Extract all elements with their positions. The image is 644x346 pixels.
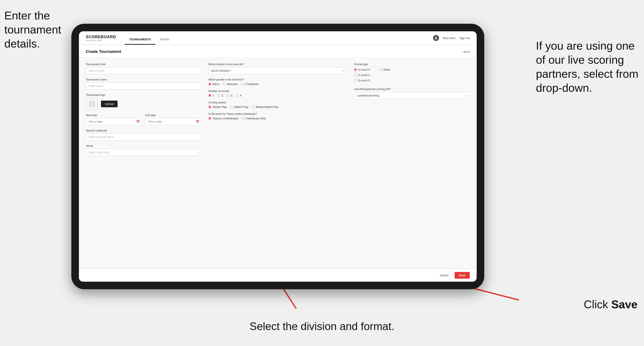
gender-combined[interactable]: Combined [242,82,258,86]
start-date-input[interactable] [86,118,142,125]
rounds-1-label: 1 [212,94,214,97]
name-label: Tournament name [86,78,202,81]
format-6count5[interactable]: 6 count 5 [354,79,370,82]
tab-teams[interactable]: TEAMS [155,31,174,45]
calendar-icon-end: 📅 [196,120,199,124]
annotation-top-right: If you are using one of our live scoring… [536,39,640,95]
sponsor-label: Sponsor (optional) [86,129,202,132]
navbar-tabs: TOURNAMENTS TEAMS [125,31,174,45]
venue-label: Venue [86,144,202,148]
host-label: Tournament Host [86,63,202,66]
sponsor-input[interactable] [86,133,202,141]
gender-womens-radio[interactable] [223,83,226,85]
gender-combined-radio[interactable] [242,83,244,85]
format-5count4-label: 5 count 4 [358,68,370,71]
form-middle-column: Which division is the event for? NCAA Di… [208,63,347,263]
tablet-screen: SCOREBOARD Powered by Clippit TOURNAMENT… [79,31,477,282]
format-6count5-label: 6 count 5 [358,79,370,82]
format-other[interactable]: Other [380,68,391,71]
rounds-3-radio[interactable] [226,94,229,97]
name-group: Tournament name [86,78,202,90]
event-type-teams-radio[interactable] [208,117,211,120]
tablet-frame: SCOREBOARD Powered by Clippit TOURNAMENT… [71,24,484,289]
host-group: Tournament Host [86,63,202,74]
clear-icon[interactable]: × [466,94,468,97]
name-input[interactable] [86,82,202,90]
scoring-radio-group: Stroke Play Match Play Medal Match Play [208,105,347,109]
cancel-button[interactable]: Cancel [436,272,452,279]
gender-label: Which gender is the event for? [208,78,347,81]
upload-button[interactable]: Upload [101,101,118,107]
scoring-stroke-radio[interactable] [208,106,211,108]
rounds-group: Number of rounds 1 2 [208,90,347,97]
format-row-3: 6 count 5 [354,79,470,82]
gender-mens-radio[interactable] [208,83,211,85]
form-right-column: Format type 5 count 4 Other [354,63,470,263]
annotation-bottom-center: Select the division and format. [250,320,394,333]
rounds-1[interactable]: 1 [208,94,214,97]
format-6count4-label: 6 count 4 [358,73,370,77]
back-link[interactable]: ‹ Back [462,50,470,53]
scoring-group: Scoring system Stroke Play Match Play [208,101,347,109]
format-6count5-radio[interactable] [354,79,357,82]
host-input[interactable] [86,67,202,74]
tab-tournaments[interactable]: TOURNAMENTS [125,31,155,45]
event-type-radio-group: Teams (+Individuals) Individuals Only [208,117,347,120]
format-6count4[interactable]: 6 count 4 [354,73,370,77]
rounds-4-radio[interactable] [236,94,239,97]
page-title: Create Tournament [86,49,121,54]
format-other-label: Other [384,68,391,71]
live-scoring-wrapper: × [354,92,470,99]
rounds-2[interactable]: 2 [218,94,223,97]
format-other-radio[interactable] [380,68,382,71]
rounds-2-radio[interactable] [218,94,220,97]
rounds-4[interactable]: 4 [236,94,242,97]
scoring-stroke[interactable]: Stroke Play [208,105,227,109]
scoring-medal-match[interactable]: Medal Match Play [252,105,278,109]
event-type-teams[interactable]: Teams (+Individuals) [208,117,238,120]
end-date-group: End date 📅 [146,114,202,125]
event-type-individuals-label: Individuals Only [246,117,266,120]
format-type-label: Format type [354,63,470,66]
start-date-wrapper: 📅 [86,118,142,125]
logo-label: Tournament logo [86,93,202,96]
event-type-label: Is this event for Teams and/or Individua… [208,112,347,116]
end-date-wrapper: 📅 [146,118,202,125]
gender-womens[interactable]: Womens [223,82,238,86]
form-footer: Cancel Save [79,269,477,282]
live-scoring-input[interactable] [354,92,470,99]
venue-input[interactable] [86,149,202,156]
format-type-group: Format type 5 count 4 Other [354,63,470,82]
end-date-input[interactable] [146,118,202,125]
form-container: Tournament Host Tournament name Tourname… [79,58,477,282]
scoring-medal-match-label: Medal Match Play [256,105,278,109]
logo-section: Upload [86,98,202,110]
format-5count4[interactable]: 5 count 4 [354,68,370,71]
rounds-3[interactable]: 3 [226,94,232,97]
venue-select-wrapper [86,149,202,156]
save-button[interactable]: Save [455,272,470,279]
date-row: Start date 📅 End date 📅 [86,114,202,125]
live-scoring-label: Use third-party live scoring API? [354,88,470,91]
start-date-label: Start date [86,114,142,117]
format-row-2: 6 count 4 [354,73,470,77]
rounds-1-radio[interactable] [208,94,211,97]
calendar-icon-start: 📅 [136,120,140,124]
user-icon [433,35,439,41]
brand: SCOREBOARD Powered by Clippit [86,35,116,41]
scoring-medal-match-radio[interactable] [252,106,255,108]
annotation-bottom-right: Click Save [584,297,638,312]
format-5count4-radio[interactable] [354,68,357,71]
scoring-match-radio[interactable] [230,106,233,108]
scoring-match[interactable]: Match Play [230,105,248,109]
page-content: Create Tournament ‹ Back Tournament Host… [79,45,477,282]
event-type-individuals-radio[interactable] [242,117,245,120]
signout-link[interactable]: Sign out [460,36,470,40]
gender-mens[interactable]: Mens [208,82,220,86]
gender-mens-label: Mens [212,82,220,86]
division-select[interactable]: NCAA Division I [208,67,347,74]
event-type-individuals[interactable]: Individuals Only [242,117,266,120]
navbar: SCOREBOARD Powered by Clippit TOURNAMENT… [79,31,477,45]
event-type-teams-label: Teams (+Individuals) [212,117,238,120]
format-6count4-radio[interactable] [354,74,357,76]
